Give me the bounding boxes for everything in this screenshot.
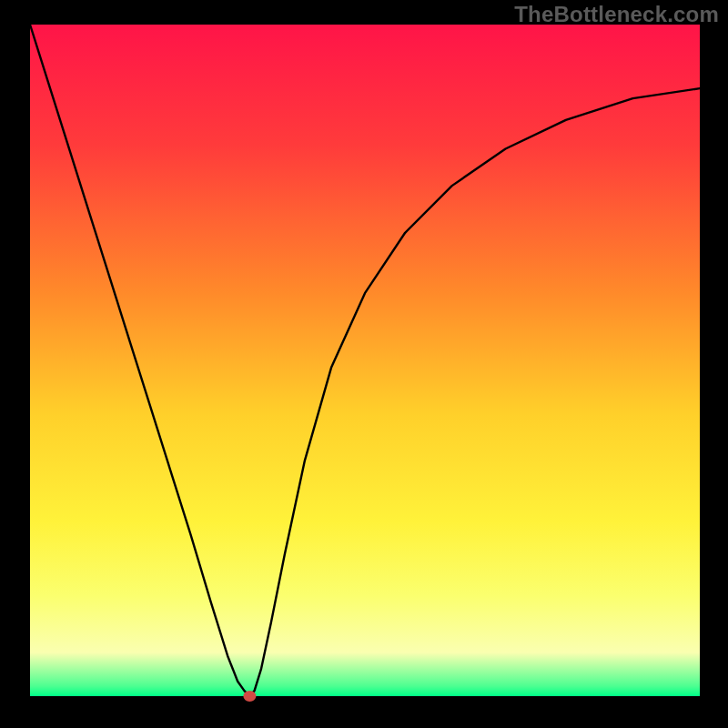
chart-frame: TheBottleneck.com	[0, 0, 728, 728]
bottleneck-chart	[0, 0, 728, 728]
plot-background	[30, 25, 700, 696]
optimal-point-marker	[243, 691, 256, 702]
